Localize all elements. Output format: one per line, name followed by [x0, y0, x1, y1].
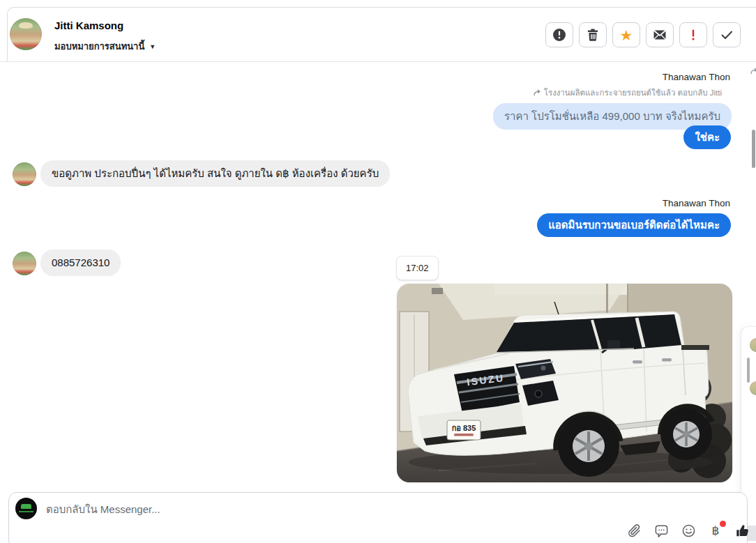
conversation-toolbar: ★ — [545, 22, 741, 47]
chat-bubble-dots-icon — [654, 523, 669, 538]
peer-name-label: Thanawan Thon — [663, 198, 730, 208]
saved-replies-button[interactable] — [653, 523, 669, 538]
report-icon — [552, 27, 567, 43]
outgoing-message-bubble: แอดมินรบกวนขอเบอร์ติดต่อได้ไหมคะ — [537, 213, 731, 237]
attach-button[interactable] — [626, 523, 642, 538]
rear-wheel — [660, 408, 712, 460]
avatar — [750, 338, 756, 352]
baht-icon: ฿ — [712, 523, 720, 537]
like-button[interactable] — [735, 523, 750, 538]
reply-context-text: โรงงานผลิตและกระจายรถยนต์ใช้แล้ว ตอบกลับ… — [544, 86, 722, 99]
vehicle-photo-attachment[interactable]: ISUZU กอ 835 — [397, 284, 732, 482]
avatar — [750, 381, 756, 395]
thumbs-up-icon — [735, 522, 750, 540]
notification-dot — [720, 521, 726, 527]
header-divider — [0, 61, 756, 62]
exclamation-icon — [686, 27, 701, 43]
incoming-message-bubble: 0885726310 — [40, 250, 121, 276]
vehicle-photo-illustration: ISUZU กอ 835 — [397, 284, 732, 482]
smiley-icon — [681, 523, 696, 538]
reply-context: โรงงานผลิตและกระจายรถยนต์ใช้แล้ว ตอบกลับ… — [533, 86, 722, 99]
incoming-message-bubble: ขอดูภาพ ประกอบปื่นๆ ได้ไหมครับ สนใจ ดูภา… — [40, 160, 390, 187]
panel-scrollbar[interactable] — [747, 358, 750, 383]
payment-button[interactable]: ฿ — [708, 523, 723, 538]
share-arrow-icon — [750, 67, 756, 75]
peer-name-label: Thanawan Thon — [663, 72, 730, 82]
timestamp-chip: 17:02 — [396, 256, 439, 280]
car-logo-underline — [19, 511, 33, 512]
assign-conversation-label: มอบหมายการสนทนานี้ — [54, 39, 144, 54]
check-icon — [719, 27, 734, 43]
mail-envelope-icon — [652, 27, 667, 43]
mark-unread-button[interactable] — [646, 22, 674, 47]
chat-scrollbar[interactable] — [752, 130, 755, 168]
star-icon: ★ — [620, 28, 633, 43]
report-button[interactable] — [545, 22, 573, 47]
mark-important-button[interactable] — [679, 22, 707, 47]
contact-avatar[interactable] — [10, 18, 42, 50]
outgoing-message-bubble: ใช่คะ — [683, 125, 731, 149]
car-logo-icon — [21, 504, 31, 509]
front-wheel — [558, 415, 619, 477]
delete-button[interactable] — [579, 22, 607, 47]
license-plate-text: กอ 835 — [452, 424, 476, 432]
contact-name[interactable]: Jitti Kamsong — [54, 20, 123, 31]
messenger-inbox-page: Jitti Kamsong มอบหมายการสนทนานี้ ▼ ★ — [0, 0, 756, 543]
peer-message-avatar — [13, 162, 36, 186]
paperclip-icon — [627, 523, 642, 538]
chevron-down-icon: ▼ — [149, 43, 156, 50]
peer-message-avatar — [13, 252, 36, 275]
share-arrow-icon — [533, 89, 541, 97]
mark-done-button[interactable] — [713, 22, 741, 47]
emoji-button[interactable] — [681, 523, 696, 538]
page-avatar — [15, 498, 37, 519]
trash-icon — [585, 27, 600, 43]
license-plate: กอ 835 — [447, 420, 481, 440]
message-input[interactable] — [46, 499, 534, 519]
composer-actions: ฿ — [626, 523, 750, 538]
follow-up-button[interactable]: ★ — [612, 22, 640, 47]
assign-conversation-dropdown[interactable]: มอบหมายการสนทนานี้ ▼ — [54, 39, 156, 54]
